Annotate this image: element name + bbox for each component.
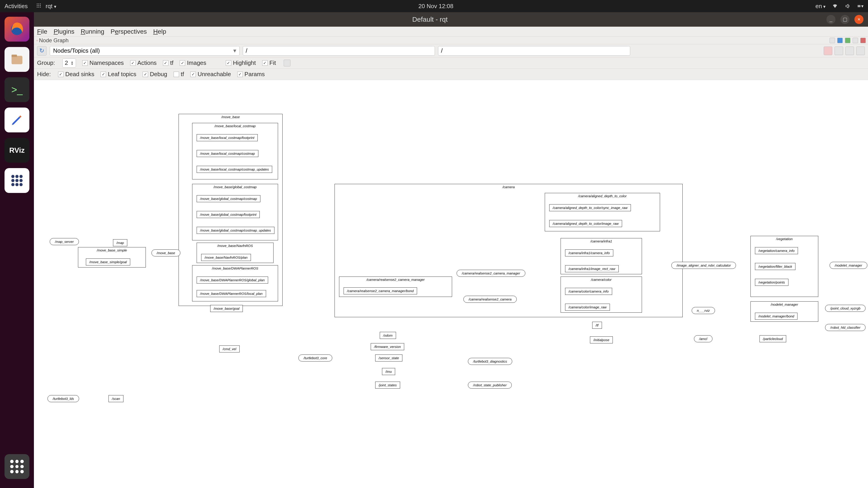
node-rs_camera_mgr[interactable]: /camera/realsense2_camera_manager (457, 270, 525, 277)
active-app-name: rqt (46, 3, 53, 9)
node-gc_cm[interactable]: /move_base/global_costmap/costmap (197, 195, 260, 202)
node-rviz[interactable]: n___rviz (692, 307, 715, 314)
view-btn-3[interactable] (845, 46, 854, 55)
node-nm_bond[interactable]: /nodelet_manager/bond (755, 313, 798, 320)
view-btn-1[interactable] (824, 46, 832, 55)
node-pcloud[interactable]: /particlecloud (760, 335, 786, 342)
node-js[interactable]: /joint_states (375, 382, 400, 389)
topic-filter-input[interactable] (438, 46, 630, 56)
node-nodelet[interactable]: /nodelet_manager (830, 262, 867, 269)
node-fw[interactable]: /firmware_version (371, 343, 404, 350)
view-btn-2[interactable] (835, 46, 843, 55)
chk-tf[interactable]: ✓tf (163, 59, 174, 66)
node-gc_cmu[interactable]: /move_base/global_costmap/costmap_update… (197, 227, 274, 234)
node-map_server[interactable]: /map_server (50, 238, 79, 245)
network-icon[interactable] (832, 3, 838, 9)
node-amcl[interactable]: /amcl (694, 335, 712, 342)
node-al_sync[interactable]: /camera/aligned_depth_to_color/sync_imag… (549, 204, 631, 211)
input-lang[interactable]: en (815, 3, 826, 10)
node-veg_fb[interactable]: /vegetation/filter_black (755, 263, 796, 270)
dock-show-apps[interactable] (4, 454, 29, 479)
activities-button[interactable]: Activities (4, 3, 28, 10)
plugin-btn-close[interactable] (860, 38, 866, 43)
chk-dead-sinks[interactable]: ✓Dead sinks (58, 71, 94, 78)
node-veg_pts[interactable]: /vegetation/points (755, 279, 788, 286)
node-rh_classifier[interactable]: /robot_hld_classifier (825, 324, 866, 331)
node-tb3_lds[interactable]: /turtlebot3_lds (48, 395, 79, 402)
refresh-button[interactable]: ↻ (37, 46, 46, 56)
dock-files[interactable] (4, 47, 29, 72)
volume-icon[interactable] (844, 3, 851, 9)
fit-button[interactable] (284, 60, 290, 66)
node-move_base_node[interactable]: /move_base (151, 250, 180, 256)
dock-rviz[interactable]: RViz (4, 138, 29, 163)
node-gc_foot[interactable]: /move_base/global_costmap/footprint (197, 211, 260, 218)
menu-perspectives[interactable]: PerspectivesPerspectives (111, 28, 147, 35)
node-lc_foot[interactable]: /move_base/local_costmap/footprint (197, 134, 258, 141)
window-maximize[interactable]: ▢ (840, 15, 849, 24)
node-rs_camera[interactable]: /camera/realsense2_camera (463, 296, 517, 303)
chk-leaf-topics[interactable]: ✓Leaf topics (101, 71, 136, 78)
node-lc_cmu[interactable]: /move_base/local_costmap/costmap_updates (197, 166, 272, 173)
plugin-btn-3[interactable] (845, 38, 850, 43)
clock[interactable]: 20 Nov 12:08 (56, 3, 815, 10)
node-rs_bond[interactable]: /camera/realsense2_camera_manager/bond (344, 287, 417, 294)
node-inf_ir[interactable]: /camera/infra1/image_rect_raw (565, 265, 619, 272)
group-spinbox[interactable]: 2 ▲▼ (62, 59, 76, 68)
chk-debug[interactable]: ✓Debug (143, 71, 167, 78)
window-minimize[interactable]: _ (827, 15, 835, 24)
node-col_ir[interactable]: /camera/color/image_raw (565, 304, 610, 311)
node-dwa_gp[interactable]: /move_base/DWAPlannerROS/global_plan (197, 276, 268, 284)
node-ss[interactable]: /sensor_state (375, 355, 402, 361)
dock-text-editor[interactable] (4, 107, 29, 132)
node-tf_topic[interactable]: /tf (592, 322, 602, 329)
node-rsp[interactable]: /robot_state_publisher (468, 382, 512, 389)
menu-help[interactable]: HelpHelp (153, 28, 166, 35)
node-initpose[interactable]: /initialpose (590, 336, 613, 344)
chk-namespaces[interactable]: ✓Namespaces (82, 59, 124, 66)
node-cmd_vel[interactable]: /cmd_vel (219, 346, 240, 352)
node-tb3_diag[interactable]: /turtlebot3_diagnostics (468, 358, 512, 365)
node-aligner[interactable]: /image_aligner_and_ndvi_calculator (671, 262, 736, 269)
node-mb_goal[interactable]: /move_base/goal (210, 305, 243, 312)
node-dwa_lp[interactable]: /move_base/DWAPlannerROS/local_plan (197, 290, 266, 297)
chk-actions[interactable]: ✓Actions (130, 59, 157, 66)
menu-plugins[interactable]: PluginsPlugins (54, 28, 74, 35)
spin-arrows[interactable]: ▲▼ (71, 61, 73, 65)
battery-icon[interactable] (857, 3, 864, 9)
chk-unreachable[interactable]: ✓Unreachable (190, 71, 231, 78)
node-odom[interactable]: /odom (380, 332, 396, 339)
node-tb3_core[interactable]: /turtlebot3_core (298, 355, 332, 361)
chk-fit[interactable]: ✓Fit (262, 59, 276, 66)
plugin-btn-2[interactable] (837, 38, 843, 43)
namespace-filter-input[interactable] (243, 46, 435, 56)
node-veg_ci[interactable]: /vegetation/camera_info (755, 247, 798, 254)
menu-file[interactable]: FFileile (37, 28, 47, 35)
node-map[interactable]: /map (113, 239, 127, 246)
node-pc_xyzrgb[interactable]: /point_cloud_xyzrgb (825, 305, 866, 312)
graph-canvas[interactable]: /move_base/move_base/local_costmap/move_… (34, 80, 868, 488)
chk-params[interactable]: ✓Params (237, 71, 265, 78)
node-lc_cm[interactable]: /move_base/local_costmap/costmap (197, 150, 258, 157)
plugin-btn-4[interactable] (852, 38, 858, 43)
active-app-menu[interactable]: rqt (36, 3, 57, 10)
dock-terminal[interactable]: >_ (4, 77, 29, 102)
plugin-title: ◦Node Graph (36, 37, 68, 43)
node-navfn_plan[interactable]: /move_base/NavfnROS/plan (201, 254, 251, 261)
dock-firefox[interactable] (4, 17, 29, 41)
node-imu[interactable]: /imu (382, 368, 395, 375)
view-mode-combo[interactable]: Nodes/Topics (all) (50, 46, 240, 56)
node-col_ci[interactable]: /camera/color/camera_info (565, 288, 612, 295)
view-btn-4[interactable] (856, 46, 865, 55)
node-inf_ci[interactable]: /camera/infra1/camera_info (565, 250, 613, 256)
node-al_raw[interactable]: /camera/aligned_depth_to_color/image_raw (549, 220, 622, 227)
node-mbs_goal[interactable]: /move_base_simple/goal (86, 258, 130, 265)
node-scan[interactable]: /scan (108, 395, 123, 402)
chk-tf-hide[interactable]: tf (174, 71, 184, 78)
dock-app-6[interactable] (4, 168, 29, 193)
chk-highlight[interactable]: ✓Highlight (226, 59, 256, 66)
chk-images[interactable]: ✓Images (180, 59, 206, 66)
menu-running[interactable]: RunningRunning (81, 28, 104, 35)
plugin-btn-1[interactable] (830, 38, 835, 43)
window-close[interactable]: × (855, 15, 864, 24)
